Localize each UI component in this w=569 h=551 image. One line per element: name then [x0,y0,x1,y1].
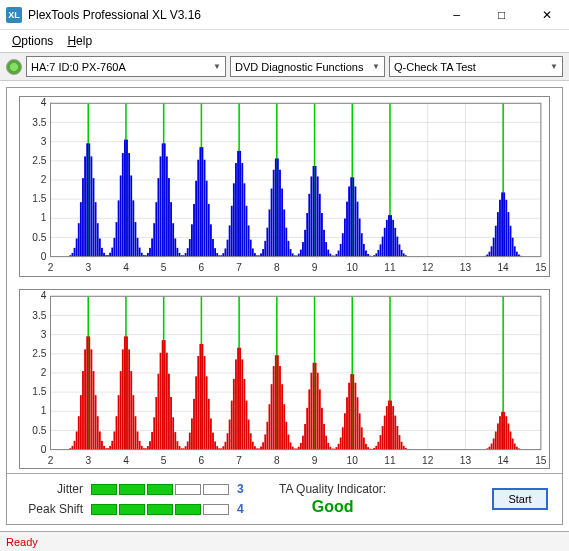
svg-rect-188 [346,202,348,257]
svg-rect-339 [166,352,168,449]
svg-rect-226 [501,192,503,256]
minimize-button[interactable]: – [434,0,479,30]
svg-rect-342 [172,417,174,449]
start-button[interactable]: Start [492,488,548,510]
svg-rect-463 [501,411,503,449]
svg-rect-120 [204,160,206,257]
svg-text:2: 2 [48,262,54,273]
svg-rect-439 [375,445,377,449]
svg-rect-356 [202,343,204,449]
svg-rect-312 [109,445,111,449]
close-button[interactable]: ✕ [524,0,569,30]
maximize-button[interactable]: □ [479,0,524,30]
svg-text:2: 2 [41,366,47,377]
drive-select[interactable]: HA:7 ID:0 PX-760A ▼ [26,56,226,77]
svg-rect-369 [229,419,231,449]
window-title: PlexTools Professional XL V3.16 [28,8,434,22]
svg-rect-230 [510,226,512,257]
chart-lower: 00.511.522.533.5423456789101112131415 [19,289,550,470]
svg-rect-378 [248,419,250,449]
svg-rect-385 [262,442,264,449]
svg-rect-95 [151,238,153,256]
svg-rect-315 [116,416,118,449]
svg-rect-458 [491,443,493,449]
svg-rect-330 [147,446,149,450]
menu-help[interactable]: Help [61,32,98,50]
svg-rect-116 [195,181,197,257]
svg-rect-101 [164,143,166,256]
svg-text:11: 11 [384,262,396,273]
svg-rect-61 [80,202,82,256]
svg-rect-449 [396,426,398,450]
svg-rect-114 [191,224,193,256]
svg-rect-451 [401,441,403,449]
svg-rect-341 [170,396,172,449]
svg-rect-225 [499,200,501,257]
svg-rect-323 [132,395,134,449]
svg-rect-130 [224,248,226,256]
svg-rect-337 [162,340,164,449]
svg-rect-354 [197,356,199,450]
svg-rect-316 [118,395,120,449]
toolbar: HA:7 ID:0 PX-760A ▼ DVD Diagnostic Funct… [0,52,569,81]
svg-rect-187 [344,218,346,256]
svg-rect-396 [285,421,287,449]
svg-text:13: 13 [460,262,472,273]
svg-rect-125 [214,248,216,256]
segment [91,484,117,495]
svg-rect-336 [160,352,162,449]
function-select[interactable]: DVD Diagnostic Functions ▼ [230,56,385,77]
svg-rect-357 [204,356,206,450]
drive-select-value: HA:7 ID:0 PX-760A [31,61,126,73]
menubar: Options Help [0,30,569,52]
svg-rect-151 [269,209,271,256]
svg-rect-189 [348,186,350,256]
svg-rect-459 [493,438,495,449]
svg-rect-352 [193,398,195,449]
svg-rect-131 [227,240,229,257]
svg-text:14: 14 [497,262,509,273]
svg-rect-206 [384,228,386,257]
menu-options[interactable]: Options [6,32,59,50]
svg-rect-355 [199,343,201,449]
svg-rect-416 [327,442,329,449]
svg-rect-461 [497,423,499,449]
svg-rect-184 [338,250,340,256]
jitter-label: Jitter [21,482,83,496]
chart-area: 00.511.522.533.5423456789101112131415 00… [6,87,563,525]
svg-rect-82 [124,140,126,257]
svg-rect-443 [384,415,386,449]
svg-rect-104 [170,202,172,256]
svg-rect-425 [346,397,348,449]
svg-rect-331 [149,441,151,449]
svg-rect-68 [95,202,97,256]
ta-indicator: TA Quality Indicator: Good [279,482,386,516]
test-select[interactable]: Q-Check TA Test ▼ [389,56,563,77]
svg-rect-464 [503,411,505,449]
svg-rect-338 [164,340,166,449]
svg-rect-81 [122,153,124,257]
svg-rect-460 [495,431,497,449]
svg-rect-140 [246,206,248,257]
svg-rect-196 [363,244,365,257]
svg-rect-86 [132,200,134,256]
svg-rect-176 [321,213,323,257]
svg-rect-79 [118,200,120,256]
ta-value: Good [279,498,386,516]
svg-rect-98 [157,178,159,257]
svg-rect-205 [382,237,384,257]
svg-text:8: 8 [274,455,280,466]
svg-rect-394 [281,384,283,449]
svg-text:14: 14 [497,455,509,466]
status-text: Ready [6,536,38,548]
svg-rect-227 [503,192,505,256]
svg-rect-190 [350,177,352,256]
svg-text:5: 5 [161,455,167,466]
svg-rect-374 [239,347,241,449]
svg-rect-398 [290,442,292,449]
segment [147,484,173,495]
svg-text:4: 4 [123,262,129,273]
svg-rect-133 [231,206,233,257]
svg-rect-223 [495,226,497,257]
svg-rect-389 [271,384,273,449]
